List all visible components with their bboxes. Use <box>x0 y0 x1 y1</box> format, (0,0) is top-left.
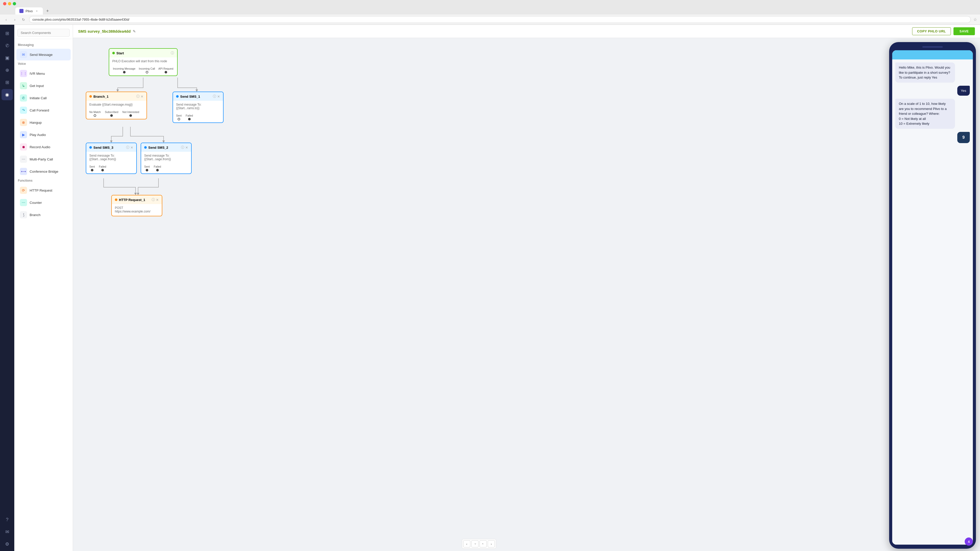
branch-label: Branch <box>30 213 41 217</box>
play-audio-label: Play Audio <box>30 133 46 137</box>
send-sms2-node[interactable]: Send SMS_2 ⓘ ✕ Send message To: {{Start.… <box>141 143 192 174</box>
send-sms1-close-icon[interactable]: ✕ <box>217 95 220 98</box>
canvas-nav-left[interactable]: ‹ <box>463 540 470 548</box>
address-bar[interactable] <box>29 16 971 23</box>
component-ivr-menu[interactable]: ⋮⋮ IVR Menu <box>16 68 71 79</box>
port-failed-2-label: Failed <box>154 165 161 168</box>
tab-favicon <box>19 9 24 13</box>
start-node[interactable]: Start ⓘ PHLO Execution will start from t… <box>109 48 178 76</box>
sidebar-phone-icon[interactable]: ✆ <box>2 40 13 51</box>
send-sms3-icons: ⓘ ✕ <box>126 145 133 150</box>
send-message-icon: ✉ <box>20 51 27 58</box>
bookmark-icon[interactable]: ☆ <box>974 17 977 22</box>
sidebar-settings-icon[interactable]: ⚙ <box>2 538 13 550</box>
hangup-icon: ⊗ <box>20 119 27 126</box>
browser-titlebar <box>0 0 980 7</box>
send-sms1-dot <box>176 95 179 98</box>
component-branch[interactable]: ⟆ Branch <box>16 209 71 221</box>
play-audio-icon: ▶ <box>20 131 27 138</box>
component-call-forward[interactable]: ↷ Call Forward <box>16 104 71 116</box>
refresh-button[interactable]: ↻ <box>21 17 27 23</box>
send-sms1-header: Send SMS_1 ⓘ ✕ <box>173 92 223 101</box>
component-play-audio[interactable]: ▶ Play Audio <box>16 129 71 141</box>
send-sms3-close-icon[interactable]: ✕ <box>130 146 133 149</box>
start-dot <box>112 52 115 54</box>
sidebar-search-icon[interactable]: ⊕ <box>2 65 13 76</box>
sidebar-mail-icon[interactable]: ✉ <box>2 526 13 537</box>
branch1-dot <box>89 95 92 98</box>
httpreq1-close-icon[interactable]: ✕ <box>156 198 159 202</box>
phlo-title-text: SMS survey_5bc388ddea4dd <box>78 29 130 33</box>
send-sms2-ports: Sent Failed <box>141 164 191 173</box>
sidebar-help-icon[interactable]: ? <box>2 514 13 525</box>
sidebar-home-icon[interactable]: ⊞ <box>2 28 13 39</box>
send-sms3-title-text: Send SMS_3 <box>94 146 113 149</box>
port-api-request: API Request <box>159 67 173 73</box>
tab-close-btn[interactable]: × <box>35 9 39 13</box>
edit-title-icon[interactable]: ✎ <box>133 29 136 33</box>
browser-chrome: Plivo × + ‹ › ↻ ☆ <box>0 0 980 25</box>
branch1-info-icon[interactable]: ⓘ <box>136 94 140 99</box>
send-sms2-close-icon[interactable]: ✕ <box>185 146 188 149</box>
save-button[interactable]: SAVE <box>953 27 975 35</box>
send-sms2-header: Send SMS_2 ⓘ ✕ <box>141 143 191 152</box>
chat-bubble-2: On a scale of 1 to 10, how likely are yo… <box>895 99 955 129</box>
canvas-nav-right[interactable]: › <box>488 540 495 548</box>
send-sms1-ports: Sent Failed <box>173 113 223 122</box>
component-record-audio[interactable]: ⏺ Record Audio <box>16 141 71 153</box>
browser-tab[interactable]: Plivo × <box>15 7 43 14</box>
sidebar-apps-icon[interactable]: ⊞ <box>2 77 13 88</box>
canvas-nav-up[interactable]: ‹ <box>471 540 479 548</box>
component-initiate-call[interactable]: ✆ Initiate Call <box>16 92 71 104</box>
record-audio-icon: ⏺ <box>20 143 27 151</box>
start-info-icon[interactable]: ⓘ <box>171 51 174 56</box>
component-conference-bridge[interactable]: ⟷ Conference Bridge <box>16 165 71 177</box>
component-multi-party-call[interactable]: ⋯ Multi-Party Call <box>16 153 71 165</box>
component-send-message[interactable]: ✉ Send Message <box>16 49 71 60</box>
sidebar-messages-icon[interactable]: ▣ <box>2 52 13 64</box>
canvas-area: Start ⓘ PHLO Execution will start from t… <box>73 38 885 551</box>
port-no-match-label: No Match <box>89 110 101 114</box>
conference-bridge-label: Conference Bridge <box>30 170 59 173</box>
send-sms1-node[interactable]: Send SMS_1 ⓘ ✕ Send message To: {{Start.… <box>172 92 224 123</box>
branch1-close-icon[interactable]: ✕ <box>141 95 143 98</box>
back-button[interactable]: ‹ <box>3 17 9 23</box>
search-input[interactable] <box>18 29 70 37</box>
phone-screen: Hello Mike, this is Plivo. Would you lik… <box>892 50 973 545</box>
traffic-light-green[interactable] <box>13 2 16 5</box>
top-bar: SMS survey_5bc388ddea4dd ✎ COPY PHLO URL… <box>73 25 980 38</box>
copy-phlo-url-button[interactable]: COPY PHLO URL <box>912 27 951 35</box>
component-hangup[interactable]: ⊗ Hangup <box>16 117 71 128</box>
send-sms3-node[interactable]: Send SMS_3 ⓘ ✕ Send message To: {{Start.… <box>86 143 137 174</box>
counter-icon: ⋯ <box>20 199 27 206</box>
send-sms3-body: Send message To: {{Start...sage.from}} <box>86 152 136 164</box>
branch1-node[interactable]: Branch_1 ⓘ ✕ Evaluate {{Start.message.ms… <box>86 92 147 119</box>
port-incoming-call: Incoming Call <box>139 67 155 73</box>
branch-icon: ⟆ <box>20 211 27 218</box>
tab-new-btn[interactable]: + <box>44 7 51 14</box>
svg-marker-2 <box>110 141 113 143</box>
send-sms2-description: Send message To: {{Start...sage.from}} <box>144 154 171 161</box>
send-sms2-info-icon[interactable]: ⓘ <box>181 145 184 150</box>
httpreq1-description: POST https://www.example.com/ <box>115 206 150 213</box>
httpreq1-header: HTTP Request_1 ⓘ ✕ <box>112 195 162 204</box>
branch1-header: Branch_1 ⓘ ✕ <box>86 92 146 101</box>
canvas-nav-down[interactable]: ‹ <box>479 540 487 548</box>
port-failed-3: Failed <box>99 165 107 171</box>
sidebar-flow-icon[interactable]: ◉ <box>2 89 13 100</box>
panel-header <box>14 25 73 39</box>
traffic-light-yellow[interactable] <box>8 2 11 5</box>
component-counter[interactable]: ⋯ Counter <box>16 197 71 208</box>
httpreq1-info-icon[interactable]: ⓘ <box>151 197 155 202</box>
http-request1-node[interactable]: HTTP Request_1 ⓘ ✕ POST https://www.exam… <box>111 195 162 216</box>
send-sms2-icons: ⓘ ✕ <box>181 145 188 150</box>
tab-title: Plivo <box>25 9 33 13</box>
component-get-input[interactable]: ↳ Get Input <box>16 80 71 92</box>
traffic-light-red[interactable] <box>3 2 6 5</box>
send-sms1-info-icon[interactable]: ⓘ <box>213 94 216 99</box>
forward-button[interactable]: › <box>12 17 18 23</box>
send-sms3-info-icon[interactable]: ⓘ <box>126 145 129 150</box>
component-http-request[interactable]: ⟳ HTTP Request <box>16 184 71 196</box>
start-ports: Incoming Message Incoming Call API Reque… <box>109 65 177 76</box>
canvas[interactable]: Start ⓘ PHLO Execution will start from t… <box>73 38 885 551</box>
